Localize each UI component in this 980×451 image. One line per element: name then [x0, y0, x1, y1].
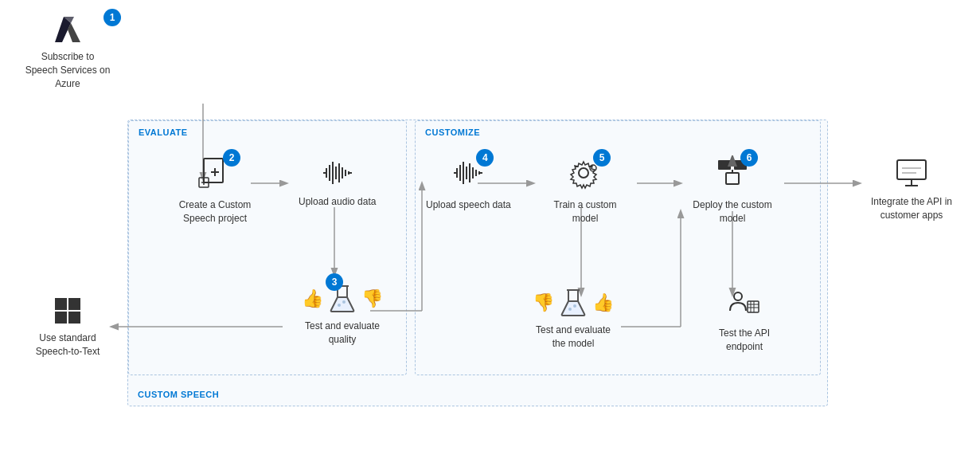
step-azure: 1 Subscribe to Speech Services on Azure [24, 14, 111, 90]
upload-audio-icon [320, 155, 355, 190]
svg-rect-37 [55, 298, 67, 310]
svg-rect-38 [68, 298, 80, 310]
label-custom-speech: CUSTOM SPEECH [138, 390, 219, 399]
badge-5: 5 [593, 149, 611, 167]
svg-point-67 [573, 304, 576, 308]
svg-rect-40 [68, 312, 80, 324]
svg-point-51 [579, 168, 588, 178]
svg-rect-16 [204, 159, 223, 182]
flask-model-icon [559, 287, 588, 319]
step-standard-stt-label: Use standard Speech-to-Text [24, 331, 111, 359]
step-integrate-api: Integrate the API in customer apps [868, 155, 955, 222]
step-upload-audio-label: Upload audio data [299, 195, 376, 209]
test-api-icon [727, 287, 762, 322]
svg-point-35 [338, 304, 341, 307]
step-test-api: Test the API endpoint [701, 287, 788, 354]
step-integrate-api-label: Integrate the API in customer apps [868, 195, 955, 222]
windows-icon [52, 295, 84, 327]
step-azure-label: Subscribe to Speech Services on Azure [24, 50, 111, 90]
badge-2: 2 [223, 149, 240, 167]
svg-rect-69 [748, 301, 759, 312]
label-evaluate: EVALUATE [139, 127, 188, 137]
svg-marker-14 [68, 23, 80, 42]
svg-rect-55 [726, 173, 739, 184]
step-test-api-label: Test the API endpoint [701, 327, 788, 354]
svg-point-52 [590, 165, 596, 171]
badge-6: 6 [740, 149, 758, 167]
svg-rect-58 [897, 160, 926, 179]
step-train-model: 5 Train a custom model [541, 155, 629, 226]
thumb-up-model-icon: 👍 [592, 292, 614, 313]
label-customize: CUSTOMIZE [425, 127, 480, 137]
svg-point-36 [342, 300, 346, 304]
step-test-evaluate-label: Test and evaluate quality [299, 320, 386, 347]
badge-1: 1 [103, 9, 121, 26]
step-test-evaluate: 👍 👎 3 Test and evaluate quality [299, 283, 386, 347]
step-create-project: 2 Create a Custom Speech project [171, 155, 259, 226]
step-test-model: 👎 👍 Test and evaluate the model [529, 287, 617, 351]
step-upload-audio: Upload audio data [299, 155, 376, 209]
svg-point-66 [568, 308, 572, 311]
step-upload-speech-label: Upload speech data [426, 198, 511, 212]
step-create-project-label: Create a Custom Speech project [171, 198, 259, 226]
svg-point-68 [734, 292, 742, 300]
step-deploy-model: 6 Deploy the custom model [689, 155, 776, 226]
step-deploy-model-label: Deploy the custom model [689, 198, 776, 226]
step-train-model-label: Train a custom model [541, 198, 629, 226]
thumb-down-icon: 👎 [361, 288, 383, 309]
step-standard-stt: Use standard Speech-to-Text [24, 295, 111, 359]
step-test-model-label: Test and evaluate the model [529, 324, 617, 351]
svg-rect-53 [718, 160, 731, 170]
thumb-up-icon: 👍 [302, 288, 323, 309]
badge-3: 3 [326, 273, 343, 291]
step-upload-speech: 4 Upload speech data [426, 155, 511, 212]
azure-logo-icon [52, 14, 84, 45]
badge-4: 4 [476, 149, 494, 167]
svg-rect-39 [55, 312, 67, 324]
integrate-api-icon [894, 155, 929, 190]
thumb-down-model-icon: 👎 [533, 292, 554, 313]
diagram-container: EVALUATE CUSTOMIZE CUSTOM SPEECH [0, 0, 980, 451]
